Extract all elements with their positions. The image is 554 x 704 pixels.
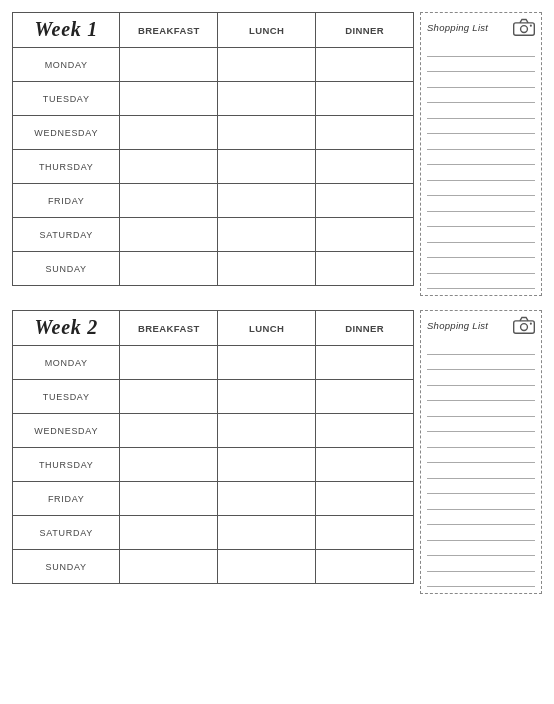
shopping-line[interactable] xyxy=(427,229,535,243)
shopping-line[interactable] xyxy=(427,434,535,448)
breakfast-cell[interactable] xyxy=(120,150,218,184)
shopping-line[interactable] xyxy=(427,151,535,165)
shopping-line[interactable] xyxy=(427,573,535,587)
lunch-cell[interactable] xyxy=(218,184,316,218)
dinner-cell[interactable] xyxy=(316,218,414,252)
lunch-cell[interactable] xyxy=(218,346,316,380)
shopping-line[interactable] xyxy=(427,275,535,289)
col-header-breakfast: Breakfast xyxy=(120,311,218,346)
day-label: Saturday xyxy=(13,516,120,550)
dinner-cell[interactable] xyxy=(316,116,414,150)
breakfast-cell[interactable] xyxy=(120,252,218,286)
svg-point-1 xyxy=(521,26,528,33)
shopping-panel-2: Shopping List xyxy=(420,310,542,594)
shopping-line[interactable] xyxy=(427,260,535,274)
shopping-line[interactable] xyxy=(427,418,535,432)
shopping-line[interactable] xyxy=(427,372,535,386)
breakfast-cell[interactable] xyxy=(120,218,218,252)
shopping-line[interactable] xyxy=(427,558,535,572)
shopping-line[interactable] xyxy=(427,496,535,510)
shopping-line[interactable] xyxy=(427,244,535,258)
col-header-dinner: Dinner xyxy=(316,13,414,48)
shopping-line[interactable] xyxy=(427,341,535,355)
shopping-title: Shopping List xyxy=(427,22,488,33)
breakfast-cell[interactable] xyxy=(120,380,218,414)
lunch-cell[interactable] xyxy=(218,252,316,286)
breakfast-cell[interactable] xyxy=(120,116,218,150)
table-row: Monday xyxy=(13,48,414,82)
day-label: Monday xyxy=(13,48,120,82)
shopping-line[interactable] xyxy=(427,120,535,134)
table-row: Wednesday xyxy=(13,116,414,150)
shopping-line[interactable] xyxy=(427,387,535,401)
breakfast-cell[interactable] xyxy=(120,48,218,82)
lunch-cell[interactable] xyxy=(218,150,316,184)
lunch-cell[interactable] xyxy=(218,82,316,116)
table-row: Friday xyxy=(13,184,414,218)
breakfast-cell[interactable] xyxy=(120,346,218,380)
lunch-cell[interactable] xyxy=(218,550,316,584)
shopping-line[interactable] xyxy=(427,58,535,72)
shopping-line[interactable] xyxy=(427,527,535,541)
week-section-1: Week 1BreakfastLunchDinnerMondayTuesdayW… xyxy=(12,12,542,296)
dinner-cell[interactable] xyxy=(316,380,414,414)
dinner-cell[interactable] xyxy=(316,550,414,584)
shopping-line[interactable] xyxy=(427,182,535,196)
lunch-cell[interactable] xyxy=(218,218,316,252)
table-row: Tuesday xyxy=(13,82,414,116)
shopping-line[interactable] xyxy=(427,465,535,479)
lunch-cell[interactable] xyxy=(218,380,316,414)
shopping-line[interactable] xyxy=(427,105,535,119)
breakfast-cell[interactable] xyxy=(120,482,218,516)
day-label: Thursday xyxy=(13,448,120,482)
meal-table-2: Week 2BreakfastLunchDinnerMondayTuesdayW… xyxy=(12,310,414,584)
shopping-line[interactable] xyxy=(427,511,535,525)
svg-point-2 xyxy=(530,25,532,27)
shopping-line[interactable] xyxy=(427,449,535,463)
lunch-cell[interactable] xyxy=(218,48,316,82)
breakfast-cell[interactable] xyxy=(120,550,218,584)
dinner-cell[interactable] xyxy=(316,448,414,482)
shopping-line[interactable] xyxy=(427,43,535,57)
dinner-cell[interactable] xyxy=(316,414,414,448)
lunch-cell[interactable] xyxy=(218,448,316,482)
lunch-cell[interactable] xyxy=(218,516,316,550)
shopping-lines xyxy=(427,42,535,290)
dinner-cell[interactable] xyxy=(316,252,414,286)
shopping-line[interactable] xyxy=(427,198,535,212)
col-header-lunch: Lunch xyxy=(218,13,316,48)
camera-icon xyxy=(513,18,535,36)
breakfast-cell[interactable] xyxy=(120,414,218,448)
shopping-panel-1: Shopping List xyxy=(420,12,542,296)
table-row: Sunday xyxy=(13,550,414,584)
dinner-cell[interactable] xyxy=(316,346,414,380)
dinner-cell[interactable] xyxy=(316,150,414,184)
shopping-line[interactable] xyxy=(427,213,535,227)
lunch-cell[interactable] xyxy=(218,116,316,150)
meal-table-1: Week 1BreakfastLunchDinnerMondayTuesdayW… xyxy=(12,12,414,286)
shopping-line[interactable] xyxy=(427,403,535,417)
breakfast-cell[interactable] xyxy=(120,448,218,482)
dinner-cell[interactable] xyxy=(316,82,414,116)
table-row: Thursday xyxy=(13,448,414,482)
dinner-cell[interactable] xyxy=(316,482,414,516)
day-label: Tuesday xyxy=(13,380,120,414)
shopping-line[interactable] xyxy=(427,167,535,181)
dinner-cell[interactable] xyxy=(316,516,414,550)
shopping-line[interactable] xyxy=(427,480,535,494)
dinner-cell[interactable] xyxy=(316,184,414,218)
planner-wrapper: Week 1BreakfastLunchDinnerMondayTuesdayW… xyxy=(12,12,542,594)
breakfast-cell[interactable] xyxy=(120,516,218,550)
breakfast-cell[interactable] xyxy=(120,184,218,218)
shopping-line[interactable] xyxy=(427,89,535,103)
shopping-line[interactable] xyxy=(427,542,535,556)
breakfast-cell[interactable] xyxy=(120,82,218,116)
shopping-line[interactable] xyxy=(427,356,535,370)
lunch-cell[interactable] xyxy=(218,482,316,516)
day-label: Saturday xyxy=(13,218,120,252)
col-header-lunch: Lunch xyxy=(218,311,316,346)
shopping-line[interactable] xyxy=(427,136,535,150)
dinner-cell[interactable] xyxy=(316,48,414,82)
lunch-cell[interactable] xyxy=(218,414,316,448)
shopping-line[interactable] xyxy=(427,74,535,88)
